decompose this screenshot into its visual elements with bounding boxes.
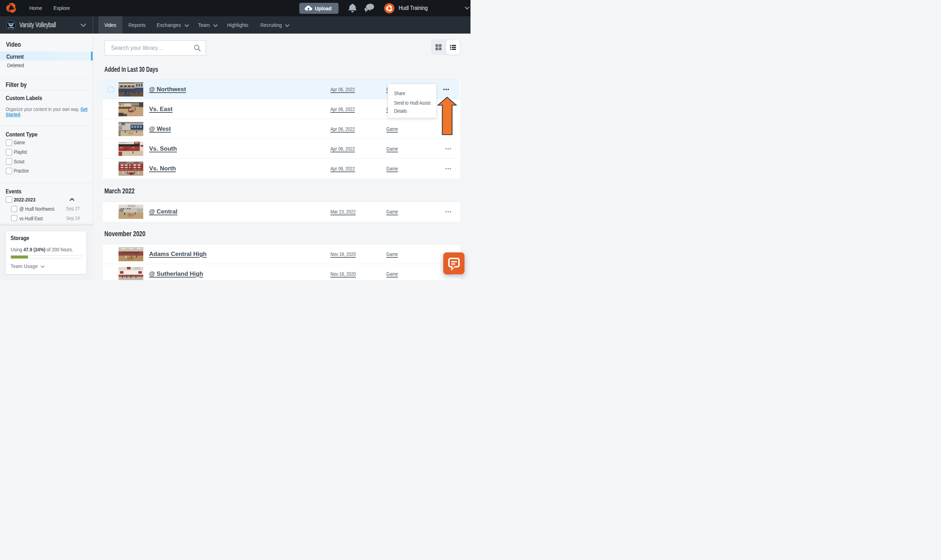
svg-text:LYNX: LYNX <box>8 26 14 29</box>
